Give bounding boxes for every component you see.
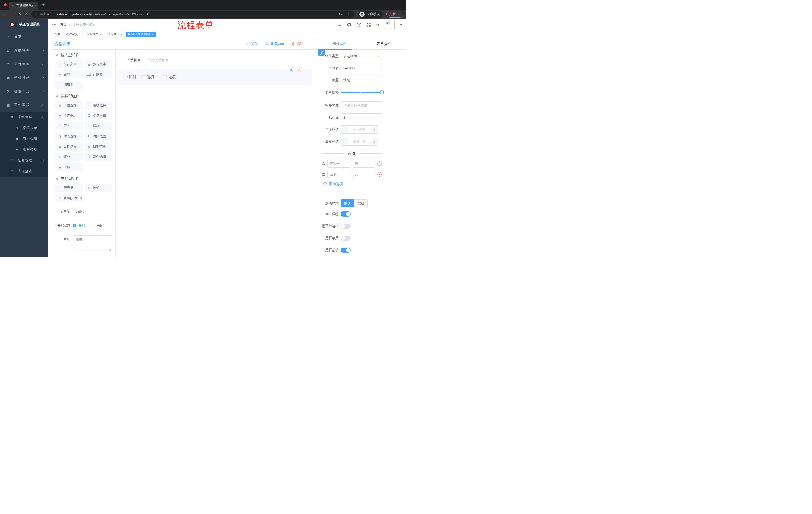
sidebar-item-user-group[interactable]: ☻ 用户分组 (0, 133, 48, 144)
close-window-button[interactable] (3, 3, 6, 6)
show-label-toggle[interactable] (341, 212, 351, 217)
palette-item-counter[interactable]: 123计数器 (85, 71, 112, 78)
style-default-button[interactable]: 默认 (341, 199, 354, 208)
copy-widget-icon[interactable] (288, 67, 293, 73)
avatar[interactable] (385, 20, 395, 29)
stepper-minus-button[interactable]: − (341, 126, 348, 133)
sidebar-item-devtools[interactable]: ⚒ 研发工具 (0, 84, 48, 98)
url-text[interactable]: dashboard.yudao.iocoder.cn/bpm/manager/f… (55, 12, 336, 16)
option-value-input[interactable]: 男 (352, 160, 375, 168)
status-off-label[interactable]: 关闭 (97, 221, 104, 230)
sidebar-item-process-form[interactable]: ✎ 流程表单 (0, 123, 48, 133)
link-tag[interactable] (318, 50, 325, 56)
phone-input[interactable]: 请输入手机号 (144, 56, 308, 65)
gender-option-1[interactable]: 选项一 (141, 75, 157, 79)
sidebar-item-system[interactable]: ⚙ 系统管理 (0, 44, 48, 57)
with-border-toggle[interactable] (341, 223, 351, 228)
reload-icon[interactable]: ↻ (18, 12, 21, 16)
palette-item-date-picker[interactable]: ▦日期选择 (55, 142, 83, 151)
field-name-input[interactable]: field122 (341, 64, 382, 72)
option-label-input[interactable]: 选项一 (327, 160, 350, 168)
tab-close-icon[interactable]: × (34, 4, 36, 7)
palette-item-editor[interactable]: 编辑器 (55, 81, 83, 89)
stepper-plus-button[interactable]: + (371, 126, 378, 133)
drag-handle-icon[interactable] (322, 162, 326, 166)
add-option-button[interactable]: + 添加选项 (323, 182, 382, 186)
tag-process-form[interactable]: 流程表单× (105, 32, 124, 37)
canvas-field-gender-selected[interactable]: 性别 选项一 选项二 (117, 70, 312, 85)
sidebar-item-process-management[interactable]: ≡ 流程管理 (0, 112, 48, 123)
slider-thumb[interactable] (380, 90, 384, 94)
palette-item-textarea[interactable]: ▤多行文本 (85, 60, 112, 68)
tab-form-props[interactable]: 表单属性 (362, 38, 406, 49)
palette-item-text-input[interactable]: ▭单行文本 (55, 60, 83, 68)
label-width-input[interactable]: 请输入标签宽度 (341, 101, 382, 109)
sidebar-item-infrastructure[interactable]: ▣ 基础设施 (0, 71, 48, 84)
password-key-icon[interactable] (339, 12, 343, 16)
stepper-plus-button[interactable]: + (371, 138, 378, 145)
palette-item-time-range[interactable]: ↻时间范围 (85, 132, 112, 140)
min-select-input[interactable]: 至少应选 (348, 126, 371, 133)
palette-item-cascader[interactable]: ⌥级联选择 (85, 101, 112, 109)
palette-item-password[interactable]: ◈密码 (55, 71, 83, 78)
browser-update-button[interactable]: 更新 ⋮ (386, 10, 404, 18)
slider-track[interactable] (341, 91, 382, 93)
address-bar[interactable]: ⚠ 不安全 dashboard.yudao.iocoder.cn/bpm/man… (31, 10, 354, 18)
canvas-field-phone[interactable]: 手机号 请输入手机号 (127, 56, 308, 65)
sidebar-item-leave-query[interactable]: ☺ 请假查询 (0, 166, 48, 177)
fullscreen-icon[interactable] (366, 22, 371, 27)
bookmark-star-icon[interactable]: ☆ (347, 12, 350, 16)
font-size-icon[interactable]: TT (376, 23, 380, 27)
component-type-select[interactable]: 多选框组 (341, 52, 382, 60)
tag-close-icon[interactable]: × (151, 33, 153, 36)
palette-item-radio-group[interactable]: ◉单选框组 (55, 112, 83, 120)
checkbox-icon[interactable] (141, 76, 145, 79)
palette-item-color-picker[interactable]: ◑颜色选择 (85, 153, 112, 161)
remove-option-icon[interactable]: − (377, 161, 382, 166)
palette-item-button[interactable]: ➤按钮 (85, 184, 112, 192)
back-icon[interactable]: ← (2, 12, 6, 16)
checkbox-icon[interactable] (163, 76, 167, 79)
github-icon[interactable] (347, 22, 351, 27)
palette-item-time-picker[interactable]: ◷时间选择 (55, 132, 83, 140)
browser-menu-dots-icon[interactable]: ⋮ (398, 12, 401, 16)
clear-button[interactable]: 清空 (291, 42, 304, 46)
delete-widget-icon[interactable] (296, 67, 301, 73)
tag-home[interactable]: 首页 (52, 32, 62, 37)
sidebar-item-workflow[interactable]: ▤ 工作流程 (0, 98, 48, 112)
tag-close-icon[interactable]: × (79, 33, 81, 36)
palette-item-checkbox-group[interactable]: ☑多选框组 (85, 112, 112, 120)
search-icon[interactable] (337, 22, 342, 27)
required-toggle[interactable] (341, 248, 351, 253)
forward-icon[interactable]: → (10, 12, 14, 16)
update-label[interactable]: 更新 (389, 12, 396, 16)
form-remark-textarea[interactable]: 嘿嘿 (73, 235, 112, 251)
sidebar-item-task-management[interactable]: ⌥ 任务管理 (0, 155, 48, 166)
home-icon[interactable]: ⌂ (25, 12, 28, 16)
max-select-input[interactable]: 最多可选 (348, 138, 371, 145)
sidebar-item-home[interactable]: ◔ 首页 (0, 30, 48, 44)
stepper-minus-button[interactable]: − (341, 138, 348, 145)
palette-item-date-range[interactable]: ▩日期范围 (85, 142, 112, 151)
form-name-input[interactable]: biubiu (73, 207, 112, 216)
drag-handle-icon[interactable] (322, 172, 326, 177)
palette-item-slider[interactable]: ⊷滑块 (85, 122, 112, 130)
sidebar-logo[interactable]: 芋道管理系统 (0, 19, 48, 30)
sidebar-fold-icon[interactable] (52, 23, 56, 27)
option-value-input[interactable]: 女 (352, 170, 375, 178)
tag-close-icon[interactable]: × (121, 33, 122, 36)
new-tab-button[interactable]: + (41, 2, 46, 7)
palette-item-table[interactable]: ⊞表格[开发中] (55, 194, 83, 202)
view-json-button[interactable]: 查看json (265, 42, 284, 46)
palette-item-rate[interactable]: ☆评分 (55, 153, 83, 161)
radio-on-icon[interactable] (73, 224, 76, 227)
palette-item-upload[interactable]: ☁上传 (55, 163, 83, 171)
sidebar-item-process-model[interactable]: ✈ 流程模型 (0, 144, 48, 155)
browser-tab[interactable]: 芋道管理系统 × (9, 1, 38, 9)
tag-process-definition[interactable]: 流程定义× (63, 32, 83, 37)
save-button[interactable]: ✓保存 (245, 42, 258, 46)
style-button-button[interactable]: 按钮 (354, 199, 368, 208)
remove-option-icon[interactable]: − (377, 172, 382, 177)
palette-item-row-container[interactable]: ◫行容器 (55, 184, 83, 192)
gender-option-2[interactable]: 选项二 (163, 75, 179, 79)
